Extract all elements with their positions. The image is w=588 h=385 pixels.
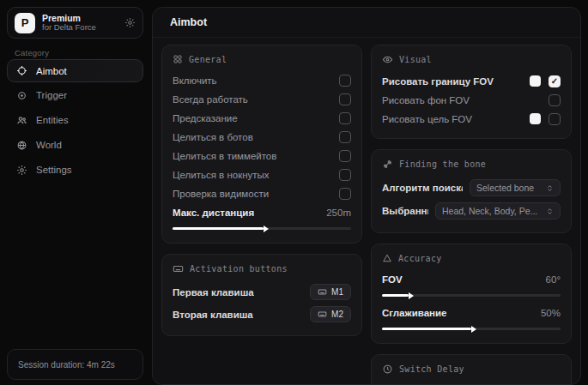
toggle-row: Всегда работать [173,90,351,108]
triangle-icon [382,253,392,263]
sidebar: P Premium for Delta Force Category [0,0,150,385]
toggle-row: Включить [173,71,351,89]
brand-logo: P [15,13,35,33]
toggle-label: Включить [173,75,332,86]
keybind-button-m1[interactable]: M1 [310,284,351,300]
gear-icon [16,165,27,176]
card-switch-delay-header: Switch Delay [382,364,561,375]
checkbox[interactable] [339,112,351,124]
crosshair-icon [16,65,27,76]
main-panel: Aimbot General [152,7,581,385]
grid-icon [173,54,183,64]
card-title: Finding the bone [399,159,486,169]
checkbox[interactable] [339,169,351,181]
card-title: Switch Delay [399,364,464,374]
sidebar-item-label: Trigger [36,90,67,100]
sidebar-item-aimbot[interactable]: Aimbot [7,59,143,82]
visual-row: Рисовать фон FOV [382,91,561,109]
toggle-label: Всегда работать [173,94,332,105]
visual-row: Рисовать границу FOV [382,72,561,90]
toggle-label: Целиться в нокнутых [173,170,332,180]
dropdown-row: Алгоритм поиска костей Selected bone [382,177,561,199]
app-window: P Premium for Delta Force Category [0,0,588,385]
slider-value: 60° [546,274,561,285]
bone-icon [382,159,393,170]
toggle-row: Проверка видимости [173,184,351,202]
slider-thumb[interactable] [409,292,414,299]
card-finding-bone: Finding the bone Алгоритм поиска костей … [371,149,572,233]
checkbox[interactable] [549,75,561,87]
sidebar-item-world[interactable]: World [7,133,143,157]
color-swatch[interactable] [530,75,541,87]
chevron-updown-icon [546,184,554,192]
checkbox[interactable] [339,93,351,105]
card-activation-header: Activation buttons [173,263,351,274]
checkbox[interactable] [339,188,351,200]
checkbox[interactable] [339,150,351,162]
sidebar-item-label: Settings [36,165,72,175]
checkbox[interactable] [549,94,561,106]
card-visual-header: Visual [382,54,561,65]
checkbox[interactable] [549,113,561,125]
fov-slider[interactable] [382,294,561,297]
visual-label: Рисовать границу FOV [382,76,523,87]
keybind-button-m2[interactable]: M2 [310,306,351,322]
category-label: Category [15,48,49,57]
toggle-label: Целиться в тиммейтов [173,151,332,161]
card-activation-buttons: Activation buttons Первая клавиша M1 [161,254,362,336]
keyboard-icon [318,287,327,297]
dropdown-row: Выбранные кости Head, Neck, Body, Pe... [382,200,561,222]
slider-row: FOV 60° [382,270,561,288]
brand-subtitle: for Delta Force [42,23,118,33]
clock-icon [382,364,393,375]
keybind-label: Первая клавиша [173,287,303,298]
sidebar-item-label: Entities [36,115,69,125]
smoothing-slider[interactable] [382,328,561,330]
slider-thumb[interactable] [471,326,476,333]
slider-row: Макс. дистанция 250m [173,203,351,221]
slider-value: 50% [541,308,561,318]
bone-algorithm-select[interactable]: Selected bone [470,179,561,196]
toggle-row: Целиться в ботов [173,128,351,146]
slider-thumb[interactable] [264,226,269,232]
color-swatch[interactable] [530,113,541,124]
sidebar-item-entities[interactable]: Entities [7,108,143,132]
session-duration: Session duration: 4m 22s [7,349,143,380]
toggle-row: Предсказание [173,109,351,127]
card-visual: Visual Рисовать границу FOV Рисовать фон… [371,45,572,139]
sidebar-item-label: Aimbot [36,66,67,76]
content-columns: General Включить Всегда работать Предска… [153,38,580,385]
right-column: Visual Рисовать границу FOV Рисовать фон… [371,45,572,385]
toggle-label: Проверка видимости [173,189,332,199]
sidebar-item-trigger[interactable]: Trigger [7,83,143,107]
entities-icon [16,115,27,126]
slider-label: FOV [382,274,539,285]
slider-label: Сглаживание [382,308,534,318]
card-accuracy-header: Accuracy [382,253,561,263]
sidebar-item-settings[interactable]: Settings [7,158,143,182]
card-title: Visual [399,55,432,64]
slider-label: Макс. дистанция [173,208,319,218]
card-title: General [189,55,227,64]
dropdown-value: Head, Neck, Body, Pe... [442,206,537,216]
visual-row: Рисовать цель FOV [382,110,561,128]
sidebar-nav: Aimbot Trigger Entities [7,59,143,183]
chevron-updown-icon [546,208,554,215]
keybind-value: M1 [331,287,343,297]
left-column: General Включить Всегда работать Предска… [161,45,362,385]
slider-row: Сглаживание 50% [382,304,561,322]
selected-bones-select[interactable]: Head, Neck, Body, Pe... [435,202,561,220]
slider-value: 250m [326,208,351,218]
visual-label: Рисовать фон FOV [382,95,542,105]
gear-icon[interactable] [124,17,136,28]
toggle-row: Целиться в нокнутых [173,165,351,183]
max-distance-slider[interactable] [173,227,351,230]
checkbox[interactable] [339,131,351,143]
card-general-header: General [173,54,351,64]
checkbox[interactable] [339,75,351,87]
trigger-icon [16,90,27,101]
toggle-label: Целиться в ботов [173,132,332,142]
keyboard-icon [318,310,327,319]
card-title: Accuracy [398,254,442,263]
brand-box: P Premium for Delta Force [7,7,143,39]
